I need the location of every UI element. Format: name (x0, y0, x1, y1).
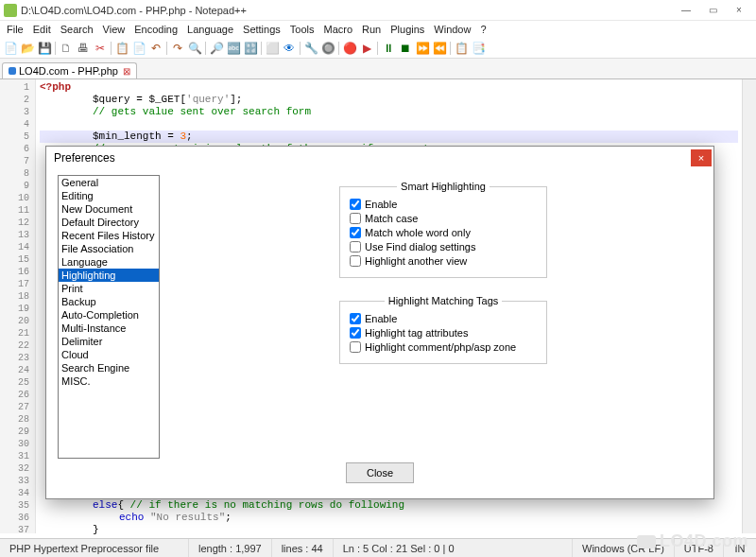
code-line[interactable] (40, 118, 738, 131)
pref-category-general[interactable]: General (59, 176, 159, 189)
vertical-scrollbar[interactable] (742, 79, 756, 533)
toolbar-button-25[interactable]: 📑 (471, 41, 486, 56)
menu-run[interactable]: Run (357, 23, 386, 36)
code-line[interactable]: $min_length = 3; (40, 131, 738, 143)
pref-category-default-directory[interactable]: Default Directory (59, 216, 159, 229)
menu-[interactable]: ? (475, 23, 490, 36)
matching-tags-checkbox-1[interactable] (350, 327, 361, 339)
toolbar-button-19[interactable]: ▶ (359, 41, 374, 56)
toolbar-button-1[interactable]: 📂 (20, 41, 35, 56)
smart-highlighting-option-3[interactable]: Use Find dialog settings (350, 241, 537, 252)
toolbar-button-9[interactable]: ↷ (170, 41, 185, 56)
code-line[interactable]: $query = $_GET['query']; (40, 94, 738, 106)
pref-category-delimiter[interactable]: Delimiter (59, 335, 159, 348)
menu-macro[interactable]: Macro (318, 23, 357, 36)
matching-tags-label-0: Enable (365, 313, 397, 324)
toolbar-button-12[interactable]: 🔤 (226, 41, 241, 56)
smart-highlighting-option-0[interactable]: Enable (350, 199, 537, 210)
pref-category-print[interactable]: Print (59, 282, 159, 295)
pref-category-multi-instance[interactable]: Multi-Instance (59, 322, 159, 335)
menu-plugins[interactable]: Plugins (386, 23, 429, 36)
toolbar-button-23[interactable]: ⏪ (432, 41, 447, 56)
window-close-button[interactable]: × (726, 2, 752, 19)
menu-encoding[interactable]: Encoding (129, 23, 182, 36)
menu-language[interactable]: Language (182, 23, 238, 36)
menu-window[interactable]: Window (429, 23, 475, 36)
matching-tags-checkbox-2[interactable] (350, 341, 361, 353)
toolbar-button-0[interactable]: 📄 (3, 41, 18, 56)
toolbar-button-17[interactable]: 🔘 (320, 41, 335, 56)
matching-tags-option-0[interactable]: Enable (350, 313, 537, 324)
window-title: D:\LO4D.com\LO4D.com - PHP.php - Notepad… (21, 5, 673, 16)
toolbar-button-15[interactable]: 👁 (282, 41, 297, 56)
pref-category-backup[interactable]: Backup (59, 295, 159, 308)
menu-settings[interactable]: Settings (238, 23, 285, 36)
pref-category-new-document[interactable]: New Document (59, 202, 159, 216)
toolbar-button-6[interactable]: 📋 (114, 41, 129, 56)
toolbar-button-14[interactable]: ⬜ (265, 41, 280, 56)
pref-category-recent-files-history[interactable]: Recent Files History (59, 229, 159, 242)
toolbar-button-3[interactable]: 🗋 (59, 41, 74, 56)
toolbar-button-22[interactable]: ⏩ (415, 41, 430, 56)
pref-category-misc-[interactable]: MISC. (59, 374, 159, 388)
smart-highlighting-option-2[interactable]: Match whole word only (350, 227, 537, 238)
menu-file[interactable]: File (2, 23, 28, 36)
toolbar-button-8[interactable]: ↶ (148, 41, 163, 56)
preferences-category-list[interactable]: GeneralEditingNew DocumentDefault Direct… (58, 175, 160, 459)
smart-highlighting-checkbox-3[interactable] (350, 241, 361, 252)
menu-search[interactable]: Search (56, 23, 98, 36)
matching-tags-option-1[interactable]: Highlight tag attributes (350, 327, 537, 339)
menu-tools[interactable]: Tools (285, 23, 319, 36)
toolbar-button-13[interactable]: 🔡 (243, 41, 258, 56)
smart-highlighting-checkbox-0[interactable] (350, 199, 361, 210)
toolbar-button-24[interactable]: 📋 (454, 41, 469, 56)
matching-tags-checkbox-0[interactable] (350, 313, 361, 324)
smart-highlighting-option-4[interactable]: Highlight another view (350, 255, 537, 267)
smart-highlighting-group: Smart Highlighting EnableMatch caseMatch… (339, 181, 547, 278)
close-button[interactable]: Close (346, 462, 414, 483)
code-line[interactable]: else{ // if there is no matching rows do… (40, 499, 738, 512)
line-number: 25 (0, 376, 29, 389)
toolbar-button-21[interactable]: ⏹ (398, 41, 413, 56)
line-number: 31 (0, 450, 29, 462)
pref-category-editing[interactable]: Editing (59, 189, 159, 202)
toolbar-button-4[interactable]: 🖶 (76, 41, 91, 56)
pref-category-auto-completion[interactable]: Auto-Completion (59, 308, 159, 322)
matching-tags-option-2[interactable]: Highlight comment/php/asp zone (350, 341, 537, 353)
code-line[interactable]: <?php (40, 81, 738, 94)
toolbar-button-5[interactable]: ✂ (93, 41, 108, 56)
toolbar-button-7[interactable]: 📄 (131, 41, 146, 56)
matching-tags-legend: Highlight Matching Tags (385, 295, 503, 306)
toolbar-button-18[interactable]: 🔴 (342, 41, 357, 56)
dialog-close-button[interactable]: × (691, 149, 712, 166)
tab-close-icon[interactable]: ⊠ (123, 66, 130, 77)
pref-category-cloud[interactable]: Cloud (59, 348, 159, 361)
menu-edit[interactable]: Edit (28, 23, 56, 36)
line-number: 19 (0, 303, 29, 315)
code-line[interactable]: echo "No results"; (40, 512, 738, 524)
smart-highlighting-checkbox-1[interactable] (350, 213, 361, 224)
matching-tags-label-1: Highlight tag attributes (365, 327, 468, 339)
pref-category-file-association[interactable]: File Association (59, 242, 159, 255)
maximize-button[interactable]: ▭ (699, 2, 726, 19)
smart-highlighting-checkbox-4[interactable] (350, 255, 361, 267)
tab-file[interactable]: LO4D.com - PHP.php ⊠ (2, 62, 137, 78)
pref-category-language[interactable]: Language (59, 255, 159, 269)
menu-view[interactable]: View (98, 23, 130, 36)
smart-highlighting-option-1[interactable]: Match case (350, 213, 537, 224)
highlight-matching-tags-group: Highlight Matching Tags EnableHighlight … (339, 295, 547, 364)
toolbar-button-2[interactable]: 💾 (37, 41, 52, 56)
pref-category-highlighting[interactable]: Highlighting (59, 269, 159, 282)
code-line[interactable]: // gets value sent over search form (40, 106, 738, 118)
minimize-button[interactable]: — (673, 2, 699, 19)
toolbar-button-10[interactable]: 🔍 (187, 41, 202, 56)
code-line[interactable]: } (40, 524, 738, 536)
file-type-icon (9, 67, 16, 75)
smart-highlighting-checkbox-2[interactable] (350, 227, 361, 238)
line-number: 6 (0, 143, 29, 155)
pref-category-search-engine[interactable]: Search Engine (59, 361, 159, 374)
toolbar-button-11[interactable]: 🔎 (209, 41, 224, 56)
smart-highlighting-legend: Smart Highlighting (397, 181, 490, 192)
toolbar-button-20[interactable]: ⏸ (381, 41, 396, 56)
toolbar-button-16[interactable]: 🔧 (303, 41, 318, 56)
